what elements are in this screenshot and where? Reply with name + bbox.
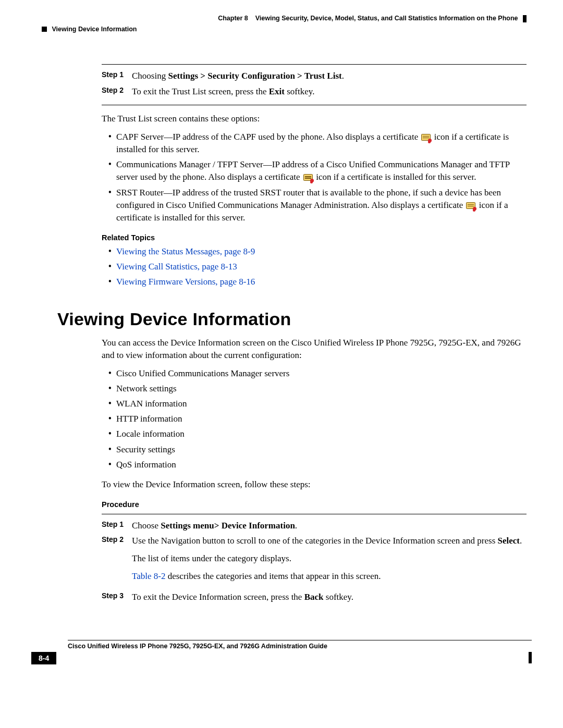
certificate-icon [466, 202, 475, 209]
proc1-step: Step 2 To exit the Trust List screen, pr… [102, 85, 527, 98]
divider [102, 514, 527, 514]
device-info-intro: You can access the Device Information sc… [102, 337, 527, 362]
list-item: HTTP information [116, 412, 527, 425]
step-text: Choose Settings menu> Device Information… [132, 520, 527, 532]
footer-guide-title: Cisco Unified Wireless IP Phone 7925G, 7… [68, 643, 532, 650]
header-rule-icon [523, 15, 527, 22]
proc2-step: Step 1 Choose Settings menu> Device Info… [102, 520, 527, 532]
list-item: CAPF Server—IP address of the CAPF used … [116, 130, 527, 156]
proc2-step: Step 3 To exit the Device Information sc… [102, 591, 527, 603]
list-item: Viewing Call Statistics, page 8-13 [116, 260, 527, 273]
related-link[interactable]: Viewing Call Statistics, page 8-13 [116, 262, 237, 272]
table-link[interactable]: Table 8-2 [132, 571, 165, 581]
list-item: Security settings [116, 443, 527, 456]
list-item: Viewing Firmware Versions, page 8-16 [116, 275, 527, 288]
step-label: Step 1 [102, 520, 132, 530]
step-label: Step 2 [102, 85, 132, 96]
page-title: Viewing Device Information [57, 309, 532, 329]
related-topics-heading: Related Topics [102, 233, 527, 242]
step-label: Step 3 [102, 591, 132, 601]
bullet-square-icon [42, 27, 47, 32]
step-text: Choosing Settings > Security Configurati… [132, 70, 527, 82]
certificate-icon [421, 134, 431, 141]
footer-divider [68, 640, 532, 640]
page-footer: Cisco Unified Wireless IP Phone 7925G, 7… [31, 640, 532, 664]
list-item: Communications Manager / TFPT Server—IP … [116, 158, 527, 183]
divider [102, 105, 527, 105]
list-item: Cisco Unified Communications Manager ser… [116, 367, 527, 380]
list-item: Network settings [116, 382, 527, 395]
step-text: To exit the Device Information screen, p… [132, 591, 527, 603]
step-text: To exit the Trust List screen, press the… [132, 85, 527, 98]
chapter-label: Chapter 8 [218, 15, 248, 22]
related-link[interactable]: Viewing the Status Messages, page 8-9 [116, 246, 255, 256]
trust-list-intro: The Trust List screen contains these opt… [102, 113, 527, 125]
page-number: 8-4 [31, 652, 56, 664]
related-link[interactable]: Viewing Firmware Versions, page 8-16 [116, 277, 255, 287]
list-item: QoS information [116, 458, 527, 471]
step-label: Step 1 [102, 70, 132, 80]
header-section: Viewing Device Information [52, 26, 137, 33]
step-text: Use the Navigation button to scroll to o… [132, 535, 527, 587]
header-section-row: Viewing Device Information [31, 26, 532, 33]
chapter-title: Viewing Security, Device, Model, Status,… [255, 15, 518, 22]
proc2-step: Step 2 Use the Navigation button to scro… [102, 535, 527, 587]
device-info-follow: To view the Device Information screen, f… [102, 478, 527, 491]
page-header: Chapter 8 Viewing Security, Device, Mode… [31, 15, 532, 22]
step-label: Step 2 [102, 535, 132, 545]
list-item: Locale information [116, 427, 527, 440]
list-item: SRST Router—IP address of the trusted SR… [116, 186, 527, 224]
proc1-step: Step 1 Choosing Settings > Security Conf… [102, 70, 527, 82]
list-item: Viewing the Status Messages, page 8-9 [116, 245, 527, 258]
procedure-heading: Procedure [102, 500, 527, 509]
certificate-icon [303, 174, 313, 181]
divider [102, 64, 527, 65]
list-item: WLAN information [116, 397, 527, 410]
footer-rule-icon [529, 652, 532, 663]
